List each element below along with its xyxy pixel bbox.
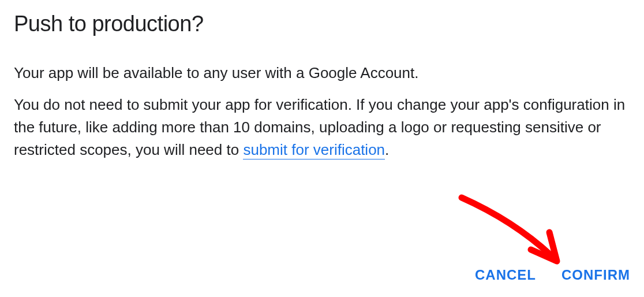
dialog-paragraph-1: Your app will be available to any user w…: [14, 62, 630, 84]
dialog-paragraph-2-suffix: .: [385, 141, 389, 158]
confirm-button[interactable]: CONFIRM: [561, 265, 630, 285]
cancel-button[interactable]: CANCEL: [475, 265, 536, 285]
submit-for-verification-link[interactable]: submit for verification: [243, 141, 385, 159]
dialog-container: Push to production? Your app will be ava…: [0, 0, 644, 182]
dialog-paragraph-2: You do not need to submit your app for v…: [14, 94, 630, 161]
dialog-title: Push to production?: [14, 12, 630, 36]
dialog-actions: CANCEL CONFIRM: [475, 265, 630, 285]
